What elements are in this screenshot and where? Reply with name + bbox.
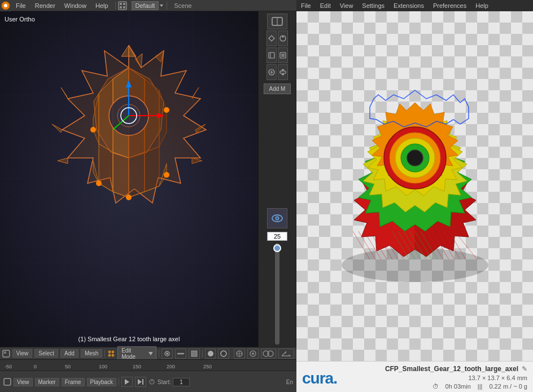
svg-marker-7 xyxy=(160,5,163,7)
svg-point-37 xyxy=(126,195,132,200)
step-forward-button[interactable] xyxy=(135,377,146,387)
svg-line-118 xyxy=(282,351,286,356)
svg-point-1 xyxy=(4,4,7,7)
ruler-mark-100: 100 xyxy=(99,364,107,369)
toolbar-icon-f[interactable] xyxy=(278,64,288,80)
timeline-view-button[interactable]: View xyxy=(14,378,33,386)
timeline-frame-button[interactable]: Frame xyxy=(62,378,85,386)
ruler-mark-200: 200 xyxy=(167,364,175,369)
timeline-controls: View Marker Frame Playback Start: En xyxy=(0,371,296,392)
blender-logo xyxy=(0,0,11,11)
snap-button[interactable] xyxy=(234,349,245,359)
proportional-edit-button[interactable] xyxy=(247,349,259,359)
edge-select-button[interactable] xyxy=(175,349,186,359)
blender-menu-window[interactable]: Window xyxy=(60,1,91,10)
svg-rect-5 xyxy=(120,6,122,8)
add-modifier-button[interactable]: Add M xyxy=(264,83,291,94)
cura-menu-extensions[interactable]: Extensions xyxy=(394,2,424,9)
cura-menu-edit[interactable]: Edit xyxy=(320,2,331,9)
svg-rect-99 xyxy=(4,351,6,354)
toolbar-divider-2 xyxy=(159,350,159,358)
scene-label: Scene xyxy=(174,2,191,9)
cura-gear-svg xyxy=(296,11,533,361)
cura-menu-settings[interactable]: Settings xyxy=(362,2,385,9)
weight-icon: ||| xyxy=(478,383,483,390)
toolbar-icon-d[interactable] xyxy=(278,47,288,63)
end-label: En xyxy=(286,379,293,385)
slider-thumb xyxy=(273,244,281,252)
transform-orient-button[interactable] xyxy=(278,349,294,359)
blender-menu-render[interactable]: Render xyxy=(30,1,60,10)
svg-point-101 xyxy=(112,350,115,353)
cura-logo: cura. xyxy=(302,369,337,387)
toolbar-icon-a[interactable] xyxy=(266,30,277,46)
ruler-mark-neg50: -50 xyxy=(5,364,12,369)
play-button[interactable] xyxy=(121,377,133,387)
blender-timeline: -50 0 50 100 150 200 250 View Marker Fra… xyxy=(0,359,296,392)
edit-model-icon[interactable]: ✎ xyxy=(522,365,527,373)
workspace-selector[interactable]: Default xyxy=(132,1,159,10)
mesh-menu-button[interactable]: Mesh xyxy=(81,349,102,358)
view-menu-button[interactable]: View xyxy=(12,349,33,358)
svg-rect-6 xyxy=(123,6,125,8)
svg-point-100 xyxy=(108,350,111,353)
add-menu-button[interactable]: Add xyxy=(60,349,78,358)
svg-rect-60 xyxy=(280,71,286,73)
svg-point-109 xyxy=(208,351,213,356)
edit-mode-icon xyxy=(107,350,115,358)
cura-menu-help[interactable]: Help xyxy=(475,2,488,9)
svg-rect-122 xyxy=(4,378,11,385)
svg-point-110 xyxy=(221,351,226,356)
cura-menu-preferences[interactable]: Preferences xyxy=(433,2,466,9)
toolbar-view-icon-1[interactable] xyxy=(267,14,287,29)
toolbar-icon-e[interactable] xyxy=(266,64,277,80)
viewport-label: User Ortho xyxy=(5,16,35,23)
cura-menu-view[interactable]: View xyxy=(340,2,353,9)
ruler-mark-0: 0 xyxy=(34,364,37,369)
blender-3d-viewport[interactable]: User Ortho (1) Smallest Gear 12 tooth la… xyxy=(0,11,258,347)
svg-marker-62 xyxy=(281,74,285,76)
svg-point-52 xyxy=(282,36,284,38)
blender-gear-svg xyxy=(0,11,258,347)
svg-rect-56 xyxy=(281,54,285,57)
svg-point-103 xyxy=(112,354,115,356)
timeline-playback-button[interactable]: Playback xyxy=(87,378,117,386)
select-menu-button[interactable]: Select xyxy=(34,349,58,358)
toolbar-row-2 xyxy=(266,47,288,63)
svg-marker-48 xyxy=(192,158,202,164)
overlay-button[interactable] xyxy=(261,349,277,359)
face-select-button[interactable] xyxy=(189,349,200,359)
toolbar-icon-c[interactable] xyxy=(266,47,277,63)
svg-point-115 xyxy=(252,353,254,355)
svg-marker-61 xyxy=(281,69,285,71)
toolbar-icon-b[interactable] xyxy=(278,30,288,46)
timeline-marker-button[interactable]: Marker xyxy=(35,378,59,386)
vertex-select-button[interactable] xyxy=(161,349,173,359)
mode-label: Edit Mode xyxy=(121,347,146,360)
svg-point-39 xyxy=(164,107,169,113)
start-frame-input[interactable] xyxy=(173,378,190,386)
mode-arrow-icon xyxy=(148,352,153,355)
solid-shading-button[interactable] xyxy=(205,349,216,359)
cura-menu-file[interactable]: File xyxy=(301,2,311,9)
cura-3d-viewport[interactable] xyxy=(296,11,533,361)
print-time: 0h 03min xyxy=(445,383,471,390)
svg-rect-53 xyxy=(269,52,274,58)
viewport-type-icon xyxy=(2,350,10,358)
blender-menu-file[interactable]: File xyxy=(11,1,30,10)
svg-marker-33 xyxy=(145,147,159,192)
edit-mode-selector[interactable]: Edit Mode xyxy=(117,346,156,361)
svg-rect-108 xyxy=(191,351,197,356)
layer-value[interactable]: 25 xyxy=(267,232,287,241)
toolbar-divider-3 xyxy=(202,350,203,358)
layer-slider-area: 25 xyxy=(267,232,287,345)
wireframe-shading-button[interactable] xyxy=(218,349,229,359)
cura-menubar: File Edit View Settings Extensions Prefe… xyxy=(296,0,533,11)
visibility-toggle[interactable] xyxy=(267,208,287,228)
svg-point-65 xyxy=(277,218,278,219)
layer-slider[interactable] xyxy=(275,243,279,345)
model-name: CFP_Smallest_Gear_12_tooth_large_axel xyxy=(385,365,518,373)
svg-point-35 xyxy=(96,180,102,186)
svg-marker-124 xyxy=(138,379,142,385)
blender-menu-help[interactable]: Help xyxy=(91,1,113,10)
